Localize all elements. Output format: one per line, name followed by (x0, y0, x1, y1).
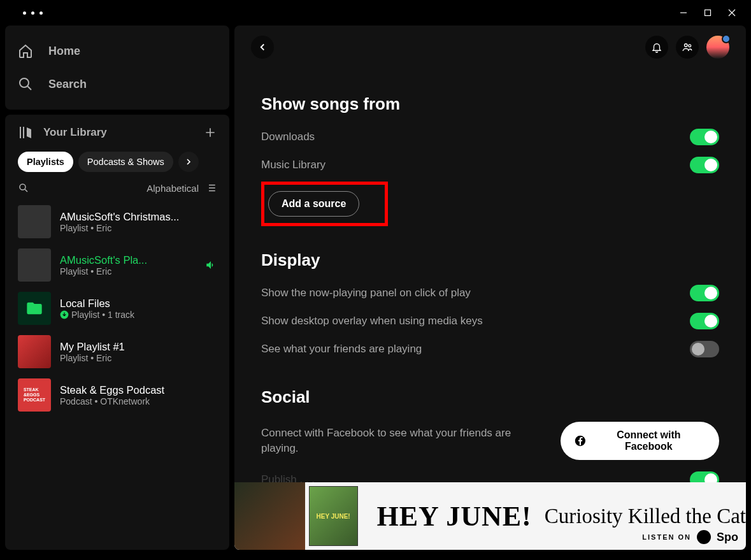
toggle-music-library[interactable] (690, 157, 719, 173)
playlist-title: Local Files (60, 298, 217, 310)
toggle-publish[interactable] (690, 471, 719, 482)
svg-point-5 (689, 45, 691, 47)
svg-point-7 (697, 530, 711, 544)
search-icon (18, 76, 33, 92)
connect-facebook-button[interactable]: Connect with Facebook (561, 422, 719, 460)
library-toggle[interactable]: Your Library (18, 125, 107, 140)
section-display: Display (261, 250, 719, 270)
highlight-annotation: Add a source (261, 182, 388, 226)
section-social: Social (261, 387, 719, 407)
download-icon (60, 310, 69, 319)
profile-avatar[interactable] (706, 36, 729, 59)
ad-headline: HEY JUNE! (377, 500, 532, 533)
notifications-button[interactable] (645, 36, 668, 59)
setting-overlay-label: Show desktop overlay when using media ke… (261, 313, 483, 329)
library-item[interactable]: AMusicSoft's Christmas... Playlist • Eri… (10, 200, 224, 243)
playlist-subtitle: Playlist • 1 track (60, 310, 217, 320)
playlist-cover (18, 335, 51, 368)
library-item[interactable]: STEAK&EGGSPODCAST Steak & Eggs Podcast P… (10, 373, 224, 417)
chips-scroll-right[interactable] (178, 152, 199, 172)
settings-content[interactable]: Show songs from Downloads Music Library … (234, 65, 746, 482)
main-panel: Show songs from Downloads Music Library … (234, 25, 746, 550)
toggle-friends[interactable] (690, 341, 719, 357)
toggle-downloads[interactable] (690, 129, 719, 145)
library-item[interactable]: AMusicSoft's Pla... Playlist • Eric (10, 243, 224, 287)
toggle-overlay[interactable] (690, 313, 719, 329)
playlist-subtitle: Playlist • Eric (60, 266, 196, 276)
playlist-title: My Playlist #1 (60, 341, 217, 353)
svg-point-4 (685, 44, 688, 47)
player-bar: der-Man: Into the Spider-Ve Post Malone,… (0, 555, 751, 560)
playlist-title: AMusicSoft's Pla... (60, 254, 196, 266)
bell-icon (651, 41, 662, 53)
setting-downloads-label: Downloads (261, 129, 315, 145)
toggle-now-playing[interactable] (690, 285, 719, 301)
folder-icon (25, 299, 43, 317)
podcast-subtitle: Podcast • OTKnetwork (60, 396, 217, 406)
nav-home[interactable]: Home (18, 34, 217, 68)
chevron-left-icon (257, 41, 268, 53)
playlist-title: AMusicSoft's Christmas... (60, 211, 217, 223)
app-menu-dots[interactable] (5, 11, 43, 15)
playlist-cover (18, 292, 51, 325)
minimize-icon[interactable] (680, 9, 687, 17)
chevron-right-icon (183, 157, 194, 167)
nav-panel: Home Search (5, 25, 229, 110)
svg-point-2 (20, 184, 25, 190)
playlist-subtitle: Playlist • Eric (60, 353, 217, 363)
setting-music-library-label: Music Library (261, 157, 325, 173)
home-icon (18, 43, 33, 59)
speaker-icon (205, 259, 217, 271)
sort-button[interactable]: Alphabetical (147, 182, 217, 194)
setting-now-playing-label: Show the now-playing panel on click of p… (261, 285, 471, 301)
playlist-cover (18, 205, 51, 238)
library-panel: Your Library Playlists Podcasts & Shows … (5, 115, 229, 550)
library-item[interactable]: Local Files Playlist • 1 track (10, 287, 224, 330)
nav-search[interactable]: Search (18, 68, 217, 101)
setting-friends-label: See what your friends are playing (261, 341, 422, 357)
friends-button[interactable] (676, 36, 699, 59)
ad-artist-image (234, 482, 305, 550)
ad-subtitle: Curiosity Killed the Cat (545, 505, 746, 528)
ad-album-art: HEY JUNE! (309, 486, 358, 546)
close-icon[interactable] (728, 9, 736, 17)
podcast-title: Steak & Eggs Podcast (60, 384, 217, 396)
add-source-button[interactable]: Add a source (268, 191, 359, 217)
playlist-subtitle: Playlist • Eric (60, 223, 217, 233)
add-icon[interactable] (204, 126, 217, 139)
facebook-icon (575, 435, 586, 447)
ad-cta: LISTEN ON Spo (642, 529, 738, 545)
maximize-icon[interactable] (704, 9, 712, 17)
section-local-files: Show songs from (261, 94, 719, 114)
list-icon (205, 182, 217, 194)
library-item[interactable]: My Playlist #1 Playlist • Eric (10, 330, 224, 373)
library-search-icon[interactable] (18, 182, 29, 194)
chip-podcasts[interactable]: Podcasts & Shows (78, 152, 173, 172)
nav-home-label: Home (48, 45, 80, 58)
setting-social-desc: Connect with Facebook to see what your f… (261, 426, 548, 456)
svg-rect-0 (705, 10, 711, 16)
nav-search-label: Search (48, 78, 87, 91)
friends-icon (682, 41, 693, 53)
titlebar (0, 0, 751, 25)
podcast-cover: STEAK&EGGSPODCAST (18, 378, 51, 412)
playlist-cover (18, 248, 51, 282)
spotify-icon (696, 529, 712, 545)
svg-point-1 (20, 78, 29, 87)
chip-playlists[interactable]: Playlists (18, 152, 73, 172)
back-button[interactable] (251, 36, 274, 59)
library-icon (18, 125, 33, 140)
ad-banner[interactable]: HEY JUNE! HEY JUNE! Curiosity Killed the… (234, 482, 746, 550)
